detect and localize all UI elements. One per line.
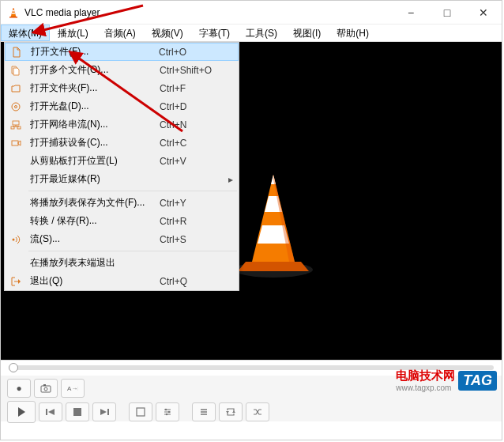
atob-button[interactable]: A→B xyxy=(61,379,85,398)
fullscreen-button[interactable] xyxy=(129,402,152,421)
svg-marker-32 xyxy=(232,411,235,414)
vlc-cone-logo xyxy=(230,168,317,282)
svg-point-25 xyxy=(165,409,167,410)
files-icon xyxy=(5,65,27,76)
svg-point-26 xyxy=(168,411,170,413)
playlist-button[interactable] xyxy=(192,402,216,421)
menu-quit-after-playlist[interactable]: 在播放列表末端退出 xyxy=(5,254,239,272)
svg-rect-18 xyxy=(73,408,81,416)
watermark-url: www.tagxp.com xyxy=(396,383,455,392)
menu-label: 退出(Q) xyxy=(27,274,160,288)
svg-line-46 xyxy=(40,6,143,31)
menu-shortcut: Ctrl+R xyxy=(160,216,239,227)
watermark-title: 电脑技术网 xyxy=(396,368,455,383)
menu-open-recent[interactable]: 打开最近媒体(R) ▸ xyxy=(5,170,239,188)
svg-marker-31 xyxy=(226,411,229,414)
minimize-button[interactable]: − xyxy=(393,1,429,25)
svg-rect-40 xyxy=(12,141,18,145)
watermark-tag: TAG xyxy=(458,371,497,391)
menu-label: 流(S)... xyxy=(27,232,160,246)
svg-line-48 xyxy=(76,56,182,131)
menu-view[interactable]: 视图(I) xyxy=(285,25,329,41)
svg-point-34 xyxy=(15,105,17,108)
svg-marker-15 xyxy=(18,407,25,417)
menu-convert-save[interactable]: 转换 / 保存(R)... Ctrl+R xyxy=(5,212,239,230)
menu-subtitle[interactable]: 字幕(T) xyxy=(191,25,238,41)
submenu-arrow-icon: ▸ xyxy=(223,174,239,185)
menu-label: 将播放列表保存为文件(F)... xyxy=(27,196,160,210)
svg-point-27 xyxy=(166,414,167,415)
svg-point-33 xyxy=(12,103,20,111)
disc-icon xyxy=(5,101,27,112)
svg-rect-16 xyxy=(46,409,47,415)
loop-button[interactable] xyxy=(219,402,243,421)
menu-shortcut: Ctrl+Y xyxy=(160,198,239,209)
stream-icon xyxy=(5,234,27,245)
menu-shortcut: Ctrl+V xyxy=(160,156,239,167)
menu-shortcut: Ctrl+Q xyxy=(160,276,239,287)
menu-label: 在播放列表末端退出 xyxy=(27,256,160,270)
prev-button[interactable] xyxy=(39,402,62,421)
menu-tools[interactable]: 工具(S) xyxy=(238,25,285,41)
next-button[interactable] xyxy=(92,402,116,421)
svg-marker-9 xyxy=(238,262,309,271)
annotation-arrow-2 xyxy=(64,44,190,139)
svg-rect-20 xyxy=(107,409,109,415)
annotation-arrow-1 xyxy=(24,0,151,39)
menu-label: 打开最近媒体(R) xyxy=(27,172,223,186)
svg-marker-44 xyxy=(18,279,21,284)
window-controls: − □ ✕ xyxy=(393,1,502,24)
menu-label: 从剪贴板打开位置(L) xyxy=(27,154,160,168)
vlc-window: VLC media player − □ ✕ 媒体(M) 播放(L) 音频(A)… xyxy=(0,0,502,440)
menu-label: 转换 / 保存(R)... xyxy=(27,214,160,228)
shuffle-button[interactable] xyxy=(246,402,269,421)
menu-help[interactable]: 帮助(H) xyxy=(329,25,377,41)
vlc-icon xyxy=(7,6,20,19)
svg-rect-1 xyxy=(13,10,15,12)
svg-marker-0 xyxy=(11,8,16,17)
exit-icon xyxy=(5,276,27,287)
seek-thumb[interactable] xyxy=(9,363,18,372)
svg-rect-11 xyxy=(41,386,51,392)
svg-text:A→B: A→B xyxy=(67,385,78,392)
svg-rect-3 xyxy=(9,17,17,18)
svg-point-42 xyxy=(13,238,15,240)
maximize-button[interactable]: □ xyxy=(429,1,465,25)
network-icon xyxy=(5,119,27,130)
extended-button[interactable] xyxy=(156,402,179,421)
folder-icon xyxy=(5,83,27,94)
capture-icon xyxy=(5,138,27,149)
svg-rect-2 xyxy=(12,13,15,14)
svg-marker-19 xyxy=(100,409,107,415)
menu-stream[interactable]: 流(S)... Ctrl+S xyxy=(5,230,239,248)
snapshot-button[interactable] xyxy=(34,379,58,398)
menu-shortcut: Ctrl+S xyxy=(160,234,239,245)
menu-separator xyxy=(28,191,237,191)
file-icon xyxy=(6,47,28,58)
svg-rect-21 xyxy=(137,408,145,416)
record-button[interactable]: ● xyxy=(7,379,31,398)
svg-rect-13 xyxy=(43,384,46,386)
play-button[interactable] xyxy=(7,401,36,423)
menu-separator xyxy=(28,251,237,251)
svg-point-12 xyxy=(44,387,47,391)
watermark: 电脑技术网 www.tagxp.com TAG xyxy=(396,368,497,392)
menu-quit[interactable]: 退出(Q) Ctrl+Q xyxy=(5,272,239,290)
svg-marker-41 xyxy=(18,141,21,145)
svg-rect-35 xyxy=(13,121,19,125)
stop-button[interactable] xyxy=(66,402,89,421)
menu-save-playlist[interactable]: 将播放列表保存为文件(F)... Ctrl+Y xyxy=(5,194,239,212)
menu-open-clipboard[interactable]: 从剪贴板打开位置(L) Ctrl+V xyxy=(5,152,239,170)
svg-marker-17 xyxy=(48,409,55,415)
close-button[interactable]: ✕ xyxy=(465,1,502,25)
